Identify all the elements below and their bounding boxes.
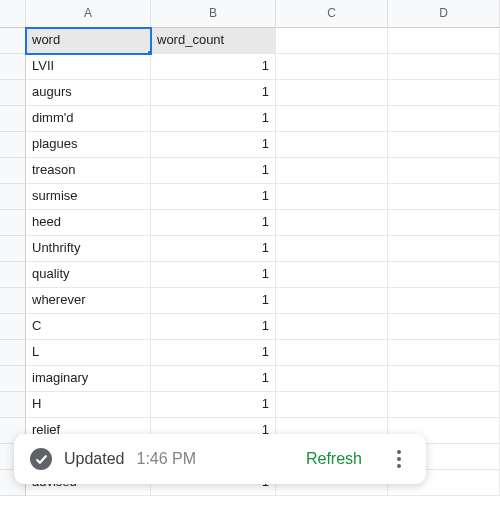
row-header[interactable]: [0, 28, 26, 54]
cell-empty[interactable]: [276, 184, 388, 210]
cell-word[interactable]: heed: [26, 210, 151, 236]
check-circle-icon: [30, 448, 52, 470]
corner-cell[interactable]: [0, 0, 26, 28]
cell-count[interactable]: 1: [151, 184, 276, 210]
column-header-d[interactable]: D: [388, 0, 500, 28]
cell-count[interactable]: 1: [151, 392, 276, 418]
cell-empty[interactable]: [276, 106, 388, 132]
row-header[interactable]: [0, 314, 26, 340]
row-header[interactable]: [0, 54, 26, 80]
cell-empty[interactable]: [388, 106, 500, 132]
row-header[interactable]: [0, 288, 26, 314]
cell-word[interactable]: LVII: [26, 54, 151, 80]
cell-count[interactable]: 1: [151, 132, 276, 158]
cell-empty[interactable]: [388, 158, 500, 184]
cell-empty[interactable]: [276, 314, 388, 340]
cell-empty[interactable]: [388, 80, 500, 106]
cell-count[interactable]: 1: [151, 340, 276, 366]
column-header-a[interactable]: A: [26, 0, 151, 28]
cell-count[interactable]: 1: [151, 236, 276, 262]
refresh-button[interactable]: Refresh: [306, 450, 362, 468]
row-header[interactable]: [0, 210, 26, 236]
cell-word[interactable]: plagues: [26, 132, 151, 158]
cell-word[interactable]: dimm'd: [26, 106, 151, 132]
status-time: 1:46 PM: [137, 450, 197, 468]
cell-empty[interactable]: [388, 184, 500, 210]
cell-word[interactable]: imaginary: [26, 366, 151, 392]
cell-count[interactable]: 1: [151, 288, 276, 314]
cell-word[interactable]: treason: [26, 158, 151, 184]
row-header[interactable]: [0, 340, 26, 366]
cell-empty[interactable]: [388, 392, 500, 418]
cell-word[interactable]: augurs: [26, 80, 151, 106]
cell-a1[interactable]: word: [26, 28, 151, 54]
cell-empty[interactable]: [388, 340, 500, 366]
cell-empty[interactable]: [276, 210, 388, 236]
spreadsheet-grid[interactable]: ABCDwordword_countLVII1augurs1dimm'd1pla…: [0, 0, 500, 496]
column-header-b[interactable]: B: [151, 0, 276, 28]
row-header[interactable]: [0, 366, 26, 392]
status-toast: Updated 1:46 PM Refresh: [14, 434, 426, 484]
cell-empty[interactable]: [276, 158, 388, 184]
cell-count[interactable]: 1: [151, 210, 276, 236]
row-header[interactable]: [0, 392, 26, 418]
column-header-c[interactable]: C: [276, 0, 388, 28]
cell-word[interactable]: C: [26, 314, 151, 340]
cell-empty[interactable]: [388, 28, 500, 54]
cell-empty[interactable]: [388, 288, 500, 314]
cell-empty[interactable]: [388, 236, 500, 262]
cell-word[interactable]: H: [26, 392, 151, 418]
cell-empty[interactable]: [388, 262, 500, 288]
cell-empty[interactable]: [276, 262, 388, 288]
row-header[interactable]: [0, 236, 26, 262]
more-options-icon[interactable]: [388, 450, 410, 468]
cell-count[interactable]: 1: [151, 366, 276, 392]
status-text: Updated: [64, 450, 125, 468]
cell-word[interactable]: Unthrifty: [26, 236, 151, 262]
cell-count[interactable]: 1: [151, 262, 276, 288]
row-header[interactable]: [0, 132, 26, 158]
cell-count[interactable]: 1: [151, 80, 276, 106]
cell-count[interactable]: 1: [151, 158, 276, 184]
cell-empty[interactable]: [276, 366, 388, 392]
cell-empty[interactable]: [276, 80, 388, 106]
row-header[interactable]: [0, 184, 26, 210]
cell-count[interactable]: 1: [151, 54, 276, 80]
cell-empty[interactable]: [276, 340, 388, 366]
cell-empty[interactable]: [276, 236, 388, 262]
cell-b1[interactable]: word_count: [151, 28, 276, 54]
cell-empty[interactable]: [276, 54, 388, 80]
cell-count[interactable]: 1: [151, 106, 276, 132]
cell-word[interactable]: wherever: [26, 288, 151, 314]
row-header[interactable]: [0, 158, 26, 184]
cell-empty[interactable]: [276, 132, 388, 158]
cell-word[interactable]: L: [26, 340, 151, 366]
cell-empty[interactable]: [388, 210, 500, 236]
cell-empty[interactable]: [276, 288, 388, 314]
cell-empty[interactable]: [388, 366, 500, 392]
cell-empty[interactable]: [388, 314, 500, 340]
row-header[interactable]: [0, 106, 26, 132]
cell-empty[interactable]: [388, 54, 500, 80]
cell-word[interactable]: surmise: [26, 184, 151, 210]
cell-empty[interactable]: [276, 392, 388, 418]
row-header[interactable]: [0, 262, 26, 288]
row-header[interactable]: [0, 80, 26, 106]
cell-empty[interactable]: [388, 132, 500, 158]
cell-count[interactable]: 1: [151, 314, 276, 340]
cell-empty[interactable]: [276, 28, 388, 54]
cell-word[interactable]: quality: [26, 262, 151, 288]
